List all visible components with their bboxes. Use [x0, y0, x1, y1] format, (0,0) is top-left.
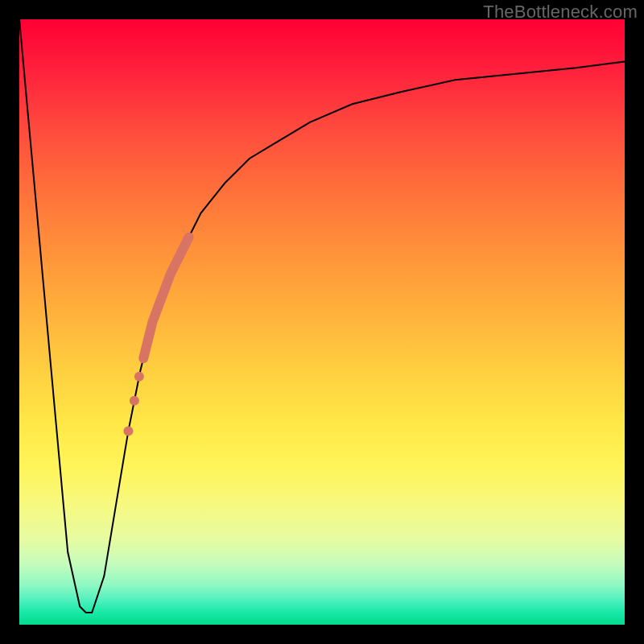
chart-frame: [19, 19, 625, 625]
chart-background-gradient: [19, 19, 625, 625]
